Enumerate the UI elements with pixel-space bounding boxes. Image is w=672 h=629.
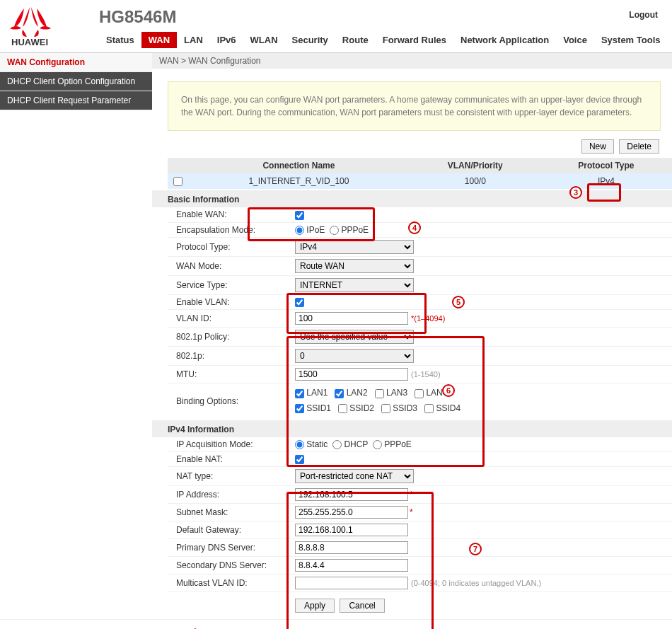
- sidebar-item-0[interactable]: WAN Configuration: [0, 53, 152, 72]
- huawei-logo: HUAWEI: [8, 6, 86, 49]
- bind-lan3-checkbox[interactable]: [375, 389, 384, 398]
- sidebar-item-2[interactable]: DHCP Client Request Parameter: [0, 91, 152, 110]
- lbl-vlan-id: VLAN ID:: [168, 313, 295, 323]
- bind-ssid4-checkbox[interactable]: [424, 404, 434, 413]
- 8021p-policy-select[interactable]: Use the specified value: [295, 330, 414, 344]
- 8021p-select[interactable]: 0: [295, 349, 414, 363]
- wan-mode-select[interactable]: Route WAN: [295, 259, 414, 273]
- lbl-8021p: 802.1p:: [168, 351, 295, 361]
- lbl-wan-mode: WAN Mode:: [168, 261, 295, 271]
- col-connection-name: Connection Name: [187, 158, 410, 173]
- nav-status[interactable]: Status: [99, 32, 141, 48]
- lbl-binding: Binding Options:: [168, 396, 295, 406]
- section-basic: Basic Information: [152, 190, 672, 207]
- nav-security[interactable]: Security: [285, 32, 335, 48]
- lbl-proto-type: Protocol Type:: [168, 242, 295, 252]
- nav-ipv6[interactable]: IPv6: [210, 32, 243, 48]
- nav-system-tools[interactable]: System Tools: [594, 32, 668, 48]
- logout-link[interactable]: Logout: [629, 10, 658, 20]
- cell-proto: IPv4: [540, 173, 672, 189]
- lbl-nat-type: NAT type:: [168, 471, 295, 481]
- nav-wan[interactable]: WAN: [141, 32, 177, 48]
- subnet-input[interactable]: [295, 506, 408, 519]
- encap-pppoe-radio[interactable]: [330, 226, 339, 235]
- breadcrumb: WAN > WAN Configuration: [152, 53, 672, 69]
- lbl-subnet: Subnet Mask:: [168, 507, 295, 517]
- ip-dhcp-radio[interactable]: [332, 440, 342, 449]
- device-name: HG8546M: [99, 7, 176, 27]
- vlan-id-input[interactable]: [295, 312, 408, 325]
- nav-forward-rules[interactable]: Forward Rules: [376, 32, 453, 48]
- cell-connection-name: 1_INTERNET_R_VID_100: [187, 173, 410, 189]
- encap-ipoe-radio[interactable]: [295, 226, 304, 235]
- apply-button[interactable]: Apply: [295, 599, 335, 613]
- table-row[interactable]: 1_INTERNET_R_VID_100 100/0 IPv4: [168, 173, 672, 189]
- bind-ssid2-checkbox[interactable]: [338, 404, 347, 413]
- protocol-type-select[interactable]: IPv4: [295, 240, 414, 254]
- bind-lan4-checkbox[interactable]: [415, 389, 424, 398]
- gateway-input[interactable]: [295, 524, 408, 536]
- lbl-secondary-dns: Secondary DNS Server:: [168, 560, 295, 570]
- bind-ssid1-checkbox[interactable]: [295, 404, 304, 413]
- lbl-enable-wan: Enable WAN:: [168, 209, 295, 219]
- ip-static-radio[interactable]: [295, 440, 304, 449]
- cell-vlan: 100/0: [410, 173, 540, 189]
- secondary-dns-input[interactable]: [295, 559, 408, 572]
- multicast-vlan-input[interactable]: [295, 577, 408, 589]
- wan-table: Connection Name VLAN/Priority Protocol T…: [168, 158, 672, 189]
- ip-address-input[interactable]: [295, 488, 408, 501]
- lbl-encap: Encapsulation Mode:: [168, 225, 295, 235]
- svg-text:HUAWEI: HUAWEI: [11, 37, 48, 47]
- lbl-service-type: Service Type:: [168, 280, 295, 290]
- lbl-enable-nat: Enable NAT:: [168, 454, 295, 464]
- sidebar-item-1[interactable]: DHCP Client Option Configuration: [0, 72, 152, 91]
- sidebar: WAN ConfigurationDHCP Client Option Conf…: [0, 53, 152, 619]
- lbl-gateway: Default Gateway:: [168, 525, 295, 535]
- top-nav: StatusWANLANIPv6WLANSecurityRouteForward…: [99, 32, 667, 48]
- lbl-enable-vlan: Enable VLAN:: [168, 297, 295, 307]
- lbl-mtu: MTU:: [168, 369, 295, 379]
- row-select-checkbox[interactable]: [173, 177, 183, 186]
- col-vlan-priority: VLAN/Priority: [410, 158, 540, 173]
- info-box: On this page, you can configure WAN port…: [168, 81, 661, 131]
- mtu-input[interactable]: [295, 368, 408, 381]
- nav-route[interactable]: Route: [335, 32, 376, 48]
- ip-pppoe-radio[interactable]: [373, 440, 382, 449]
- nav-lan[interactable]: LAN: [177, 32, 210, 48]
- nat-type-select[interactable]: Port-restricted cone NAT: [295, 469, 414, 483]
- cancel-button[interactable]: Cancel: [340, 599, 384, 613]
- nav-network-application[interactable]: Network Application: [453, 32, 556, 48]
- bind-lan2-checkbox[interactable]: [335, 389, 344, 398]
- primary-dns-input[interactable]: [295, 541, 408, 554]
- lbl-ip-address: IP Address:: [168, 490, 295, 500]
- new-button[interactable]: New: [581, 139, 614, 154]
- enable-nat-checkbox[interactable]: [295, 455, 304, 464]
- bind-ssid3-checkbox[interactable]: [381, 404, 390, 413]
- nav-voice[interactable]: Voice: [556, 32, 594, 48]
- lbl-multicast-vlan: Multicast VLAN ID:: [168, 578, 295, 588]
- bind-lan1-checkbox[interactable]: [295, 389, 304, 398]
- service-type-select[interactable]: INTERNET: [295, 278, 414, 292]
- lbl-ip-acq: IP Acquisition Mode:: [168, 439, 295, 449]
- enable-wan-checkbox[interactable]: [295, 211, 304, 220]
- section-ipv4: IPv4 Information: [152, 420, 672, 437]
- lbl-primary-dns: Primary DNS Server:: [168, 543, 295, 553]
- delete-button[interactable]: Delete: [619, 139, 659, 154]
- nav-wlan[interactable]: WLAN: [243, 32, 285, 48]
- lbl-8021p-policy: 802.1p Policy:: [168, 332, 295, 342]
- enable-vlan-checkbox[interactable]: [295, 298, 304, 307]
- col-protocol-type: Protocol Type: [540, 158, 672, 173]
